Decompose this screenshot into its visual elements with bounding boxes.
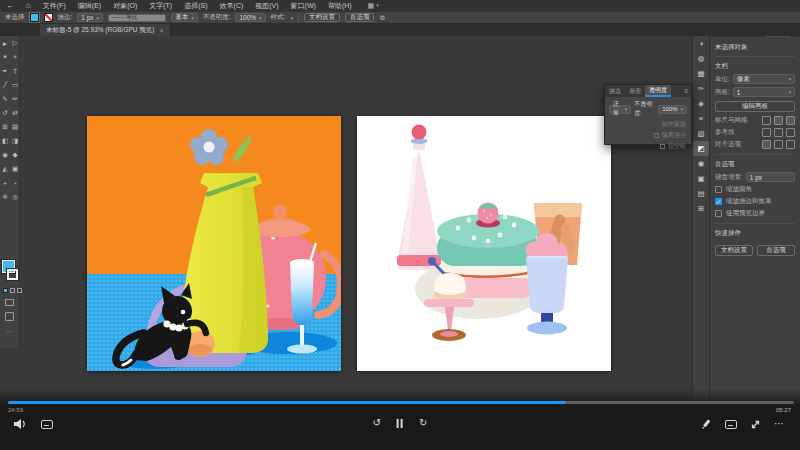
gradient-icon[interactable] xyxy=(10,288,15,293)
menu-window[interactable]: 窗口(W) xyxy=(285,1,322,11)
stroke-swatch[interactable] xyxy=(7,269,18,280)
fullscreen-icon[interactable] xyxy=(750,419,761,430)
notes-icon[interactable] xyxy=(41,420,53,429)
artboard-dropdown[interactable]: 1 ▾ xyxy=(733,87,795,97)
menu-select[interactable]: 选择(S) xyxy=(178,1,213,11)
menu-object[interactable]: 对象(O) xyxy=(107,1,143,11)
pen-tool-icon[interactable]: ✒ xyxy=(0,64,10,78)
tab-gradient[interactable]: 渐变 xyxy=(625,85,645,97)
menu-type[interactable]: 文字(T) xyxy=(143,1,178,11)
document-tab[interactable]: 未标题-5 @ 25.93% (RGB/GPU 预览) × xyxy=(40,24,171,36)
scale-strokes-effects-checkbox[interactable]: 缩放描边和效果 xyxy=(715,197,795,206)
perspective-grid-tool-icon[interactable]: ◧ xyxy=(0,134,10,148)
menu-effect[interactable]: 效果(C) xyxy=(214,1,250,11)
magic-wand-tool-icon[interactable]: ✶ xyxy=(0,50,10,64)
brush-definition-dropdown[interactable]: 基本 ▾ xyxy=(171,13,198,22)
edit-toolbar-dots-icon[interactable]: … xyxy=(6,326,13,333)
width-profile-dropdown[interactable]: —— 等比 xyxy=(108,14,166,22)
menu-help[interactable]: 帮助(H) xyxy=(322,1,358,11)
none-icon[interactable] xyxy=(17,288,22,293)
zoom-tool-icon[interactable]: ◎ xyxy=(10,190,20,204)
document-setup-button[interactable]: 文档设置 xyxy=(304,13,340,22)
scale-corners-checkbox[interactable]: 缩放圆角 xyxy=(715,185,795,194)
direct-selection-tool-icon[interactable]: ▷ xyxy=(10,36,20,50)
blend-tool-icon[interactable]: ◭ xyxy=(0,162,10,176)
opacity-dropdown[interactable]: 100% ▾ xyxy=(235,13,265,22)
stroke-color-swatch[interactable] xyxy=(44,13,53,22)
pencil-tool-icon[interactable]: ✏ xyxy=(10,92,20,106)
screen-mode-icon[interactable] xyxy=(5,312,14,321)
panel-menu-icon[interactable]: ≡ xyxy=(681,85,691,97)
more-options-icon[interactable]: ⋯ xyxy=(774,418,784,430)
preview-bounds-checkbox[interactable]: 使用预览边界 xyxy=(715,209,795,218)
color-icon[interactable] xyxy=(3,288,8,293)
menu-view[interactable]: 视图(V) xyxy=(249,1,284,11)
menu-edit[interactable]: 编辑(E) xyxy=(72,1,107,11)
preferences-button[interactable]: 首选项 xyxy=(345,13,375,22)
scale-tool-icon[interactable]: ⇄ xyxy=(10,106,20,120)
video-progress-bar[interactable] xyxy=(8,401,794,404)
hand-tool-icon[interactable]: ※ xyxy=(0,190,10,204)
smart-guides-icon[interactable] xyxy=(786,128,795,137)
mesh-tool-icon[interactable]: ◨ xyxy=(10,134,20,148)
make-mask-button[interactable]: 制作蒙版 xyxy=(605,118,691,129)
gradient-tool-icon[interactable]: ◉ xyxy=(0,148,10,162)
swatches-panel-icon[interactable]: ▦ xyxy=(693,66,709,81)
volume-icon[interactable] xyxy=(14,418,27,430)
rotate-tool-icon[interactable]: ↺ xyxy=(0,106,10,120)
lasso-tool-icon[interactable]: ⌖ xyxy=(10,50,20,64)
close-tab-icon[interactable]: × xyxy=(159,27,163,34)
pen-annotate-icon[interactable] xyxy=(701,419,712,430)
workspace-layout-switcher[interactable]: ▦ ▾ xyxy=(368,2,379,10)
artboards-panel-icon[interactable]: ⊞ xyxy=(693,201,709,216)
appearance-panel-icon[interactable]: ◉ xyxy=(693,156,709,171)
keyboard-increment-field[interactable]: 1 px xyxy=(746,172,795,182)
stroke-panel-icon[interactable]: ≡ xyxy=(693,111,709,126)
gear-icon[interactable]: ⚙ xyxy=(379,14,385,22)
type-tool-icon[interactable]: T xyxy=(10,64,20,78)
line-tool-icon[interactable]: ╱ xyxy=(0,78,10,92)
home-icon[interactable]: ⌂ xyxy=(20,1,37,10)
chevron-down-icon[interactable]: ▾ xyxy=(290,15,293,21)
shape-builder-tool-icon[interactable]: ▤ xyxy=(10,120,20,134)
forward-icon[interactable]: ↻ xyxy=(419,417,427,429)
free-transform-tool-icon[interactable]: ⊞ xyxy=(0,120,10,134)
selection-tool-icon[interactable]: ► xyxy=(0,36,10,50)
snap-glyph-icon[interactable] xyxy=(786,140,795,149)
knockout-group-checkbox[interactable]: 挖空组 xyxy=(605,140,691,151)
draw-mode-icon[interactable] xyxy=(5,299,14,306)
artboard-tool-icon[interactable]: ◔ xyxy=(10,176,20,190)
artboard-dessert-still-life[interactable] xyxy=(357,116,611,371)
graph-tool-icon[interactable]: ＋ xyxy=(0,176,10,190)
rewind-icon[interactable]: ↺ xyxy=(373,417,381,429)
isolate-blending-checkbox[interactable]: 隔离混合 xyxy=(605,129,691,140)
pause-button[interactable] xyxy=(397,417,403,429)
eyedropper-tool-icon[interactable]: ◆ xyxy=(10,148,20,162)
gradient-panel-icon[interactable]: ▧ xyxy=(693,126,709,141)
symbols-panel-icon[interactable]: ◈ xyxy=(693,96,709,111)
menu-file[interactable]: 文件(F) xyxy=(37,1,72,11)
preferences-button[interactable]: 首选项 xyxy=(757,245,795,256)
document-setup-button[interactable]: 文档设置 xyxy=(715,245,753,256)
tab-transparency[interactable]: 透明度 xyxy=(645,85,671,97)
lock-guides-icon[interactable] xyxy=(774,128,783,137)
guides-toggle-icon[interactable] xyxy=(762,128,771,137)
blend-mode-dropdown[interactable]: 正常 ▾ xyxy=(609,105,631,114)
snap-point-icon[interactable] xyxy=(774,140,783,149)
paintbrush-tool-icon[interactable]: ✎ xyxy=(0,92,10,106)
graphic-styles-panel-icon[interactable]: ▣ xyxy=(693,171,709,186)
grid-toggle-icon[interactable] xyxy=(774,116,783,125)
subtitle-icon[interactable] xyxy=(725,420,737,429)
snap-pixel-icon[interactable] xyxy=(762,140,771,149)
transparency-panel-icon[interactable]: ◩ xyxy=(693,141,709,156)
unit-dropdown[interactable]: 像素 ▾ xyxy=(733,74,795,84)
opacity-dropdown[interactable]: 100% ▾ xyxy=(658,105,687,114)
color-panel-icon[interactable]: ◑ xyxy=(693,36,709,51)
edit-artboard-button[interactable]: 编辑画板 xyxy=(715,101,795,112)
tab-stroke[interactable]: 描边 xyxy=(605,85,625,97)
rectangle-tool-icon[interactable]: ▭ xyxy=(10,78,20,92)
brushes-panel-icon[interactable]: ✑ xyxy=(693,81,709,96)
stroke-width-dropdown[interactable]: 1 px ▾ xyxy=(77,13,103,22)
color-guide-panel-icon[interactable]: ◍ xyxy=(693,51,709,66)
fill-color-swatch[interactable] xyxy=(30,13,39,22)
